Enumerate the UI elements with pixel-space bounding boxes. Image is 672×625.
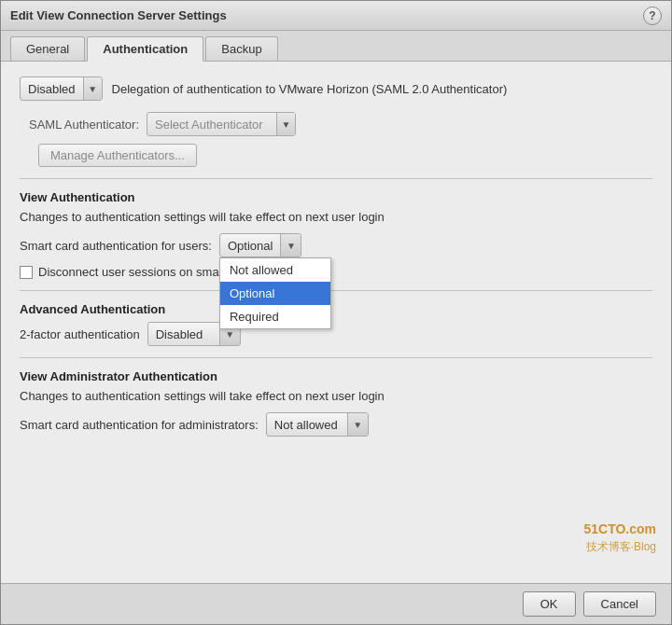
disconnect-row: Disconnect user sessions on sma... (20, 265, 652, 279)
tab-general[interactable]: General (10, 36, 85, 61)
divider-3 (20, 357, 652, 358)
admin-smart-card-dropdown[interactable]: Not allowed ▼ (266, 412, 369, 437)
admin-auth-section: View Administrator Authentication Change… (20, 369, 652, 437)
delegation-dropdown-arrow[interactable]: ▼ (83, 77, 102, 100)
advanced-auth-section: Advanced Authentication 2-factor authent… (20, 302, 652, 346)
disconnect-label: Disconnect user sessions on sma... (38, 265, 229, 279)
divider-1 (20, 178, 652, 179)
smart-card-dropdown[interactable]: Optional ▼ (219, 233, 301, 257)
delegation-row: Disabled ▼ Delegation of authentication … (20, 76, 652, 101)
saml-label: SAML Authenticator: (29, 118, 139, 132)
content-area: Disabled ▼ Delegation of authentication … (1, 62, 671, 583)
delegation-dropdown[interactable]: Disabled ▼ (20, 76, 103, 101)
bottom-bar: OK Cancel (1, 583, 671, 624)
view-authentication-section: View Authentication Changes to authentic… (20, 190, 652, 279)
delegation-description: Delegation of authentication to VMware H… (112, 82, 508, 96)
option-required[interactable]: Required (220, 305, 330, 328)
admin-smart-card-arrow[interactable]: ▼ (347, 413, 368, 436)
option-not-allowed[interactable]: Not allowed (220, 258, 330, 282)
smart-card-options: Not allowed Optional Required (219, 257, 331, 329)
admin-smart-card-row: Smart card authentication for administra… (20, 412, 652, 437)
tab-bar: General Authentication Backup (1, 31, 671, 62)
cancel-button[interactable]: Cancel (583, 591, 656, 617)
saml-row: SAML Authenticator: Select Authenticator… (29, 112, 652, 136)
advanced-auth-title: Advanced Authentication (20, 302, 652, 316)
manage-authenticators-button[interactable]: Manage Authenticators... (38, 144, 197, 167)
admin-smart-card-value: Not allowed (267, 418, 347, 432)
help-button[interactable]: ? (643, 7, 662, 25)
two-factor-label: 2-factor authentication (20, 327, 140, 341)
admin-auth-info: Changes to authentication settings will … (20, 389, 652, 403)
smart-card-dropdown-container: Optional ▼ Not allowed Optional Required (219, 233, 301, 257)
delegation-dropdown-label: Disabled (21, 82, 83, 96)
disconnect-checkbox[interactable] (20, 266, 33, 279)
saml-placeholder: Select Authenticator (147, 118, 276, 132)
main-window: Edit View Connection Server Settings ? G… (0, 0, 672, 625)
tab-backup[interactable]: Backup (205, 36, 277, 61)
divider-2 (20, 290, 652, 291)
smart-card-arrow[interactable]: ▼ (280, 234, 301, 257)
tab-authentication[interactable]: Authentication (87, 36, 203, 62)
option-optional[interactable]: Optional (220, 282, 330, 305)
saml-select[interactable]: Select Authenticator ▼ (147, 112, 296, 136)
view-auth-info: Changes to authentication settings will … (20, 210, 652, 224)
saml-select-arrow[interactable]: ▼ (276, 113, 295, 135)
admin-auth-title: View Administrator Authentication (20, 369, 652, 383)
watermark-line2: 技术博客·Blog (586, 539, 656, 555)
smart-card-row: Smart card authentication for users: Opt… (20, 233, 652, 257)
two-factor-row: 2-factor authentication Disabled ▼ (20, 322, 652, 346)
smart-card-label: Smart card authentication for users: (20, 239, 212, 253)
window-title: Edit View Connection Server Settings (10, 8, 227, 22)
two-factor-value: Disabled (148, 327, 219, 341)
smart-card-value: Optional (220, 239, 280, 253)
ok-button[interactable]: OK (523, 591, 576, 617)
admin-smart-card-label: Smart card authentication for administra… (20, 418, 259, 432)
watermark-line1: 51CTO.com (583, 521, 656, 536)
title-bar: Edit View Connection Server Settings ? (1, 1, 671, 31)
view-auth-title: View Authentication (20, 190, 652, 204)
